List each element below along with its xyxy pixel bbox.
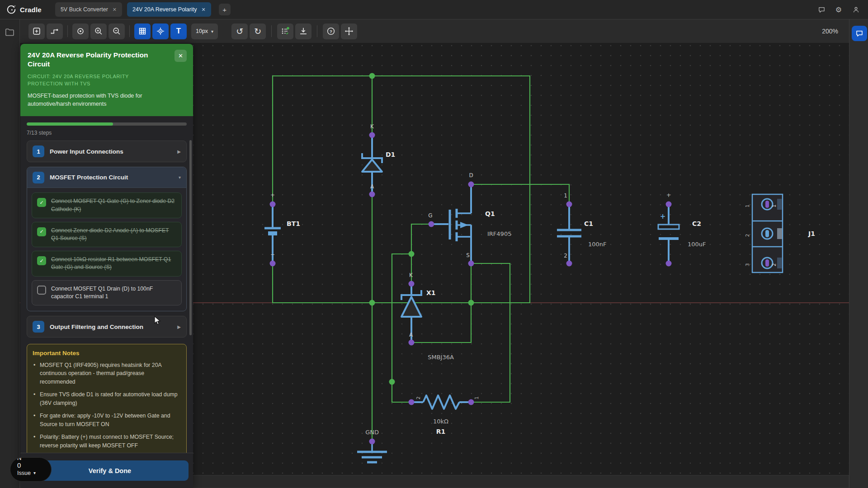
text-tool-button[interactable]: T [170, 23, 187, 39]
step-title: Power Input Connections [50, 148, 172, 155]
substep-unchecked[interactable]: Connect MOSFET Q1 Drain (D) to 100nF cap… [32, 280, 182, 305]
notes-title: Important Notes [33, 350, 181, 357]
undo-button[interactable]: ↺ [231, 23, 248, 39]
svg-text:?: ? [330, 29, 332, 34]
x1-pin-k: K [409, 272, 413, 278]
important-notes: Important Notes MOSFET Q1 (IRF4905) requ… [27, 344, 187, 457]
zoom-level: 200% [822, 19, 838, 43]
r1-pin-1: 1 [474, 396, 479, 399]
close-icon[interactable]: ✕ [113, 7, 117, 13]
chat-fab-button[interactable] [852, 26, 867, 41]
step-card-2[interactable]: 2 MOSFET Protection Circuit ▾ ✓ Connect … [27, 167, 187, 311]
right-strip [849, 19, 868, 488]
step-title: MOSFET Protection Circuit [50, 174, 173, 181]
add-component-button[interactable] [28, 23, 45, 39]
substep-checked[interactable]: ✓ Connect 10kΩ resistor R1 between MOSFE… [32, 251, 182, 276]
checkbox-checked-icon[interactable]: ✓ [37, 256, 46, 265]
verify-done-button[interactable]: Verify & Done [31, 460, 189, 481]
c1-pin-1: 1 [564, 192, 567, 199]
bt1-minus: − [270, 251, 275, 258]
tutorial-panel: 24V 20A Reverse Polarity Protection Circ… [20, 44, 193, 488]
zoom-in-button[interactable] [90, 23, 107, 39]
toolbar-divider [317, 25, 317, 37]
r1-value: 10kΩ [433, 418, 448, 425]
substep-checked[interactable]: ✓ Connect Zener diode D2 Anode (A) to MO… [32, 222, 182, 247]
comment-icon[interactable] [817, 5, 826, 14]
substep-text: Connect MOSFET Q1 Drain (D) to 100nF cap… [51, 285, 176, 300]
j1-pad-2: 2 [771, 263, 777, 267]
step-number: 1 [33, 145, 44, 157]
progress-bar [27, 122, 187, 126]
panel-close-button[interactable]: ✕ [175, 50, 187, 62]
tab-5v-buck-converter[interactable]: 5V Buck Converter ✕ [55, 2, 122, 17]
q1-pin-s: S [466, 252, 470, 258]
substep-checked[interactable]: ✓ Connect MOSFET Q1 Gate (G) to Zener di… [32, 192, 182, 218]
pan-tool-button[interactable] [341, 23, 357, 39]
issue-widget[interactable]: N 0 Issue ▾ [10, 457, 52, 482]
step-card-1[interactable]: 1 Power Input Connections ▶ [27, 141, 187, 162]
q1-pin-d: D [469, 172, 473, 178]
note-item: Ensure TVS diode D1 is rated for automot… [33, 390, 181, 407]
note-item: Polarity: Battery (+) must connect to MO… [33, 433, 181, 450]
substep-list: ✓ Connect MOSFET Q1 Gate (G) to Zener di… [27, 188, 186, 311]
chevron-right-icon[interactable]: ▶ [177, 324, 181, 329]
substep-text: Connect Zener diode D2 Anode (A) to MOSF… [51, 227, 176, 242]
chevron-down-icon[interactable]: ▾ [179, 175, 181, 180]
help-button[interactable]: ? [323, 23, 339, 39]
substep-text: Connect MOSFET Q1 Gate (G) to Zener diod… [51, 197, 176, 213]
new-tab-button[interactable]: + [219, 4, 231, 15]
tab-label: 5V Buck Converter [61, 6, 108, 13]
zoom-out-button[interactable] [108, 23, 125, 39]
redo-button[interactable]: ↻ [250, 23, 266, 39]
panel-title: 24V 20A Reverse Polarity Protection Circ… [28, 51, 168, 69]
left-rail [0, 19, 20, 488]
close-icon: ✕ [178, 52, 183, 59]
c2-ref: C2 [692, 220, 701, 227]
folder-icon[interactable] [5, 28, 14, 38]
step-number: 2 [33, 172, 44, 183]
wire-tool-button[interactable] [47, 23, 63, 39]
checkbox-checked-icon[interactable]: ✓ [37, 198, 46, 207]
bt1-plus: + [270, 192, 275, 198]
d1-pin-k: K [370, 123, 374, 130]
progress-fill [27, 122, 113, 126]
step-number: 3 [33, 321, 44, 333]
close-icon[interactable]: ✕ [201, 7, 205, 13]
toolbar: T 10px ▾ ↺ ↻ ? 200% [20, 19, 849, 43]
top-right-actions: ⚙ [817, 5, 868, 14]
grid-toggle-button[interactable] [134, 23, 151, 39]
j1-pin-2: 2 [745, 234, 750, 237]
toolbar-divider [67, 25, 68, 37]
toolbar-divider [271, 25, 272, 37]
gnd-label: GND [365, 429, 379, 436]
j1-pin-3: 3 [745, 263, 750, 267]
note-item: For gate drive: apply -10V to -12V betwe… [33, 412, 181, 428]
panel-subtitle: CIRCUIT: 24V 20A REVERSE POLARITY PROTEC… [28, 73, 163, 88]
q1-pin-g: G [428, 212, 432, 219]
checkbox-checked-icon[interactable]: ✓ [37, 227, 46, 236]
j1-pad-1: 1 [771, 205, 777, 208]
cradle-app: Cradle 5V Buck Converter ✕ 24V 20A Rever… [0, 0, 868, 488]
grid-size-value: 10px [196, 28, 208, 34]
export-button[interactable] [295, 23, 311, 39]
probe-tool-button[interactable] [72, 23, 89, 39]
gear-icon[interactable]: ⚙ [835, 5, 843, 14]
panel-scrollbar[interactable] [189, 140, 192, 335]
progress-label: 7/13 steps [27, 130, 187, 136]
d1-pin-a: A [370, 183, 374, 190]
tab-24v-reverse-polarity[interactable]: 24V 20A Reverse Polarity ✕ [127, 2, 211, 17]
q1-ref: Q1 [485, 210, 495, 217]
app-logo[interactable]: Cradle [0, 5, 48, 14]
text-tool-glyph: T [176, 27, 181, 36]
user-icon[interactable] [852, 5, 860, 14]
snap-toggle-button[interactable] [152, 23, 169, 39]
c1-pin-2: 2 [564, 253, 567, 259]
r1-pin-2: 2 [415, 396, 421, 399]
grid-size-dropdown[interactable]: 10px ▾ [191, 23, 218, 39]
checkbox-empty[interactable] [37, 286, 46, 295]
chevron-down-icon: ▾ [33, 470, 36, 476]
chevron-right-icon[interactable]: ▶ [177, 149, 181, 154]
steps-checklist-button[interactable] [277, 23, 293, 39]
note-item: MOSFET Q1 (IRF4905) requires heatsink fo… [33, 361, 181, 386]
issue-label: Issue [17, 470, 31, 477]
